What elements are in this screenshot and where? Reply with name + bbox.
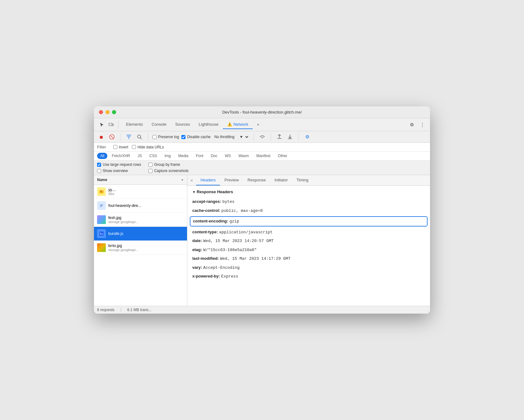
top-toolbar: Elements Console Sources Lighthouse ⚠️Ne… (94, 118, 430, 131)
no-throttling-label: No throttling (214, 135, 235, 139)
tab-elements[interactable]: Elements (122, 120, 147, 129)
separator4 (254, 133, 254, 141)
hide-data-urls-label[interactable]: Hide data URLs (132, 145, 164, 149)
maximize-button[interactable] (112, 110, 116, 114)
preserve-log-label[interactable]: Preserve log (152, 135, 179, 139)
show-overview-checkbox[interactable] (97, 169, 101, 173)
filter-manifest[interactable]: Manifest (253, 153, 274, 159)
detail-content: Response Headers accept-ranges: bytescac… (187, 186, 430, 306)
invert-label[interactable]: Invert (113, 145, 128, 149)
record-button[interactable]: ⏺ (97, 133, 105, 141)
settings2-icon[interactable]: ⚙ (303, 133, 311, 141)
filter-css[interactable]: CSS (146, 153, 160, 159)
header-row: cache-control: public, max-age=0 (192, 206, 425, 215)
list-item[interactable]: brrto.jpg storage.googleapi... (94, 241, 187, 255)
tab-timing[interactable]: Timing (292, 175, 313, 185)
file-list: Name ▼ yy.... /libs (94, 175, 187, 306)
throttle-select[interactable]: ▼ (237, 134, 249, 140)
list-item[interactable]: yy.... /libs (94, 185, 187, 199)
close-button[interactable] (99, 110, 103, 114)
close-detail-icon[interactable]: × (190, 175, 193, 185)
svg-line-3 (140, 138, 142, 139)
filter-all[interactable]: All (97, 153, 107, 159)
file-info: fesh.jpg storage.googleapi... (108, 216, 138, 224)
capture-screenshots-label[interactable]: Capture screenshots (148, 169, 189, 173)
separator (118, 121, 119, 128)
warning-icon: ⚠️ (227, 122, 232, 127)
minimize-button[interactable] (105, 110, 110, 114)
filter-media[interactable]: Media (175, 153, 192, 159)
filter-icon[interactable] (125, 133, 133, 141)
tab-initiator[interactable]: Initiator (270, 175, 292, 185)
filter-doc[interactable]: Doc (208, 153, 220, 159)
invert-checkbox[interactable] (113, 145, 117, 149)
filter-js[interactable]: JS (134, 153, 145, 159)
response-headers-title: Response Headers (192, 189, 425, 194)
more-options-icon[interactable]: ⋮ (418, 121, 426, 129)
tab-network[interactable]: ⚠️Network (223, 120, 253, 129)
cursor-icon[interactable] (98, 121, 106, 129)
filter-ws[interactable]: WS (222, 153, 234, 159)
header-value: Accept-Encoding (203, 265, 240, 271)
settings-icon[interactable]: ⚙ (408, 121, 416, 129)
filter-bar: Filter Invert Hide data URLs (94, 143, 430, 152)
separator6 (298, 133, 299, 141)
devtools-main: ⏺ 🚫 Preserve log Disable ca (94, 131, 430, 314)
file-info: bundle.js (108, 231, 123, 236)
file-icon-img1 (97, 215, 106, 224)
group-by-frame-checkbox[interactable] (148, 163, 152, 167)
use-large-rows-checkbox[interactable] (97, 163, 101, 167)
file-info: brrto.jpg storage.googleapi... (108, 244, 138, 252)
header-row: vary: Accept-Encoding (192, 263, 425, 272)
file-name: yy.... (108, 188, 116, 192)
device-toggle-icon[interactable] (107, 121, 115, 129)
clear-button[interactable]: 🚫 (108, 133, 116, 141)
tab-sources[interactable]: Sources (171, 120, 194, 129)
wifi-icon[interactable] (258, 133, 266, 141)
download-icon[interactable] (286, 133, 294, 141)
main-content: Name ▼ yy.... /libs (94, 175, 430, 306)
header-value: Wed, 15 Mar 2023 14:20:57 GMT (203, 238, 274, 244)
main-tabs: Elements Console Sources Lighthouse ⚠️Ne… (122, 120, 264, 129)
tab-preview[interactable]: Preview (220, 175, 243, 185)
hide-data-urls-checkbox[interactable] (132, 145, 136, 149)
filter-font[interactable]: Font (193, 153, 206, 159)
filter-wasm[interactable]: Wasm (235, 153, 252, 159)
filter-fetch-xhr[interactable]: Fetch/XHR (109, 153, 133, 159)
svg-rect-0 (109, 123, 112, 126)
tab-console[interactable]: Console (147, 120, 171, 129)
show-overview-label[interactable]: Show overview (97, 169, 141, 173)
header-rows-container: accept-ranges: bytescache-control: publi… (192, 197, 425, 281)
tab-more[interactable]: » (253, 120, 264, 129)
file-info: foul-heavenly-dire... (108, 203, 141, 208)
list-item[interactable]: fesh.jpg storage.googleapi... (94, 213, 187, 227)
use-large-rows-label[interactable]: Use large request rows (97, 162, 141, 167)
filter-img[interactable]: Img (161, 153, 174, 159)
file-name: brrto.jpg (108, 244, 138, 248)
sort-arrow[interactable]: ▼ (181, 178, 184, 182)
disable-cache-label[interactable]: Disable cache (181, 135, 210, 139)
upload-icon[interactable] (275, 133, 283, 141)
tab-response[interactable]: Response (243, 175, 270, 185)
header-value: Express (221, 273, 238, 280)
tab-lighthouse[interactable]: Lighthouse (194, 120, 223, 129)
file-name: fesh.jpg (108, 216, 138, 220)
header-key: cache-control: (192, 208, 220, 214)
disable-cache-checkbox[interactable] (181, 135, 185, 139)
file-sub: storage.googleapi... (108, 248, 138, 252)
header-key: x-powered-by: (192, 273, 220, 279)
file-icon-bundlejs (97, 229, 106, 238)
tab-headers[interactable]: Headers (196, 175, 220, 185)
group-by-frame-label[interactable]: Group by frame (148, 162, 189, 167)
options-right: Group by frame Capture screenshots (148, 162, 189, 173)
list-item[interactable]: foul-heavenly-dire... (94, 199, 187, 213)
preserve-log-checkbox[interactable] (152, 135, 157, 139)
separator3 (148, 133, 148, 141)
filter-other[interactable]: Other (275, 153, 290, 159)
header-row: content-type: application/javascript (192, 228, 425, 237)
header-key: content-type: (192, 229, 218, 235)
search-icon[interactable] (135, 133, 143, 141)
capture-screenshots-checkbox[interactable] (148, 169, 152, 173)
header-value: public, max-age=0 (222, 208, 263, 214)
list-item[interactable]: bundle.js (94, 227, 187, 241)
